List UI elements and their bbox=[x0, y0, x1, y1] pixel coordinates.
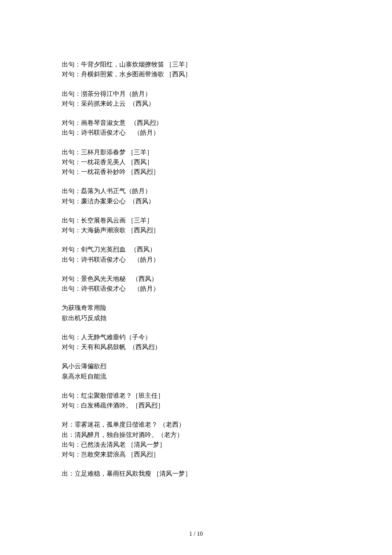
line-label: 对句： bbox=[62, 227, 81, 234]
line-label: 出句： bbox=[62, 149, 81, 156]
couplet-group: 为获瑰奇常用险欲出机巧反成拙 bbox=[62, 303, 330, 323]
couplet-line: 为获瑰奇常用险 bbox=[62, 303, 330, 313]
line-text: 泉高水旺自能流 bbox=[62, 373, 107, 380]
line-label: 对： bbox=[62, 421, 75, 428]
line-text: 三杯月影添春梦 bbox=[81, 149, 127, 156]
couplet-line: 对：霏雾迷花，孤单度日偕谁老？ （老西） bbox=[62, 420, 330, 430]
line-author: ［班主任］ bbox=[132, 392, 164, 399]
line-author: ［西风烈］ bbox=[127, 168, 159, 175]
couplet-line: 对句：白发稀疏伴酒吟。［西风烈］ bbox=[62, 401, 330, 410]
couplet-line: 出句：沏茶分得江中月（皓月） bbox=[62, 89, 330, 99]
line-text: 诗书联语俊才心 bbox=[81, 285, 134, 292]
line-label: 对句： bbox=[62, 71, 81, 78]
line-label: 出句： bbox=[62, 188, 81, 194]
line-text: 剑气刀光英烈血 bbox=[81, 246, 130, 253]
line-text: 舟横斜照紫，水乡图画带渔歌 bbox=[81, 71, 166, 78]
couplet-line: 对句：一枕花香见美人 ［西风］ bbox=[62, 157, 330, 167]
couplet-line: 出：清风醉月，独自操弦对酒吟。（老方） bbox=[62, 430, 330, 440]
couplet-line: 风小云薄偏欲烈 bbox=[62, 361, 330, 371]
line-label: 出句： bbox=[62, 256, 81, 263]
line-author: （皓月） bbox=[126, 188, 151, 194]
couplet-line: 出句：诗书联语俊才心 （皓月） bbox=[62, 128, 330, 138]
line-label: 对句： bbox=[62, 275, 81, 282]
line-label: 对句： bbox=[62, 198, 81, 205]
line-author: ［西风烈］ bbox=[127, 227, 159, 234]
couplet-line: 对句：景色风光天地秘 （西风） bbox=[62, 274, 330, 284]
line-text: 欲出机巧反成拙 bbox=[62, 315, 107, 321]
line-author: ［西风］ bbox=[127, 159, 153, 165]
line-label: 对句： bbox=[62, 451, 81, 458]
line-text: 已然淡去清风老 bbox=[81, 441, 127, 448]
line-text: 诗书联语俊才心 bbox=[81, 256, 134, 263]
line-text: 廉洁办案秉公心 bbox=[81, 198, 129, 205]
line-author: （皓月） bbox=[126, 90, 151, 97]
line-text: 景色风光天地秘 bbox=[81, 275, 132, 282]
couplet-line: 对句：一枕花香补妙吟 ［西风烈］ bbox=[62, 167, 330, 177]
line-text: 岂敢突来碧浪高 bbox=[81, 451, 127, 458]
line-label: 出句： bbox=[62, 392, 81, 399]
couplet-line: 出句：牛背夕阳红，山寨炊烟撩牧笛 ［三羊］ bbox=[62, 60, 330, 69]
line-text: 白发稀疏伴酒吟。 bbox=[81, 402, 132, 409]
page-footer: 1 / 10 bbox=[0, 529, 392, 539]
line-text: 红尘聚散偕谁老？ bbox=[81, 392, 132, 399]
couplet-line: 出句：长空展卷风云画 ［三羊］ bbox=[62, 216, 330, 225]
line-label: 出句： bbox=[62, 334, 81, 341]
line-label: 对句： bbox=[62, 402, 81, 409]
line-author: ［西风烈］ bbox=[132, 402, 164, 409]
line-label: 对句： bbox=[62, 119, 81, 126]
line-text: 立足难稳，暴雨狂风欺我瘦 bbox=[75, 470, 153, 477]
line-author: （西风） bbox=[130, 246, 156, 253]
line-author: （皓月） bbox=[134, 256, 159, 263]
line-text: 牛背夕阳红，山寨炊烟撩牧笛 bbox=[81, 61, 166, 68]
line-text: 磊落为人书正气 bbox=[81, 188, 126, 194]
page-number-total: 10 bbox=[197, 531, 203, 537]
line-text: 诗书联语俊才心 bbox=[81, 129, 134, 136]
line-text: 人无静气难垂钓 bbox=[81, 334, 126, 341]
line-text: 天有和风易鼓帆 bbox=[81, 344, 129, 350]
line-author: （西风） bbox=[129, 100, 155, 107]
couplet-line: 对句：廉洁办案秉公心 （西风） bbox=[62, 197, 330, 206]
line-label: 出句： bbox=[62, 61, 81, 68]
couplet-group: 出句：三杯月影添春梦 ［三羊］对句：一枕花香见美人 ［西风］对句：一枕花香补妙吟… bbox=[62, 147, 330, 177]
line-label: 对句： bbox=[62, 344, 81, 350]
couplet-line: 对句：剑气刀光英烈血 （西风） bbox=[62, 245, 330, 254]
line-text: 清风醉月，独自操弦对酒吟。 bbox=[75, 431, 158, 438]
line-author: （皓月） bbox=[134, 285, 159, 292]
couplet-line: 出句：磊落为人书正气（皓月） bbox=[62, 186, 330, 196]
page-number-current: 1 bbox=[189, 531, 192, 537]
couplet-line: 出句：诗书联语俊才心 （皓月） bbox=[62, 284, 330, 294]
line-text: 采药抓来岭上云 bbox=[81, 100, 129, 107]
line-author: ［清风一梦］ bbox=[153, 470, 191, 477]
couplet-line: 出句：三杯月影添春梦 ［三羊］ bbox=[62, 147, 330, 157]
line-author: （西风烈） bbox=[130, 119, 162, 126]
couplet-group: 出句：沏茶分得江中月（皓月）对句：采药抓来岭上云 （西风） bbox=[62, 89, 330, 109]
line-author: ［三羊］ bbox=[127, 149, 153, 156]
couplet-line: 对句：大海扬声潮浪歌 ［西风烈］ bbox=[62, 225, 330, 235]
couplet-group: 出句：人无静气难垂钓（子今）对句：天有和风易鼓帆 （西风烈） bbox=[62, 332, 330, 353]
couplet-group: 出句：长空展卷风云画 ［三羊］对句：大海扬声潮浪歌 ［西风烈］ bbox=[62, 216, 330, 236]
line-author: ［西风烈］ bbox=[127, 451, 159, 458]
couplet-line: 对句：舟横斜照紫，水乡图画带渔歌 ［西风］ bbox=[62, 69, 330, 79]
couplet-line: 对句：天有和风易鼓帆 （西风烈） bbox=[62, 342, 330, 352]
couplet-line: 出句：红尘聚散偕谁老？［班主任］ bbox=[62, 391, 330, 401]
couplet-group: 对句：景色风光天地秘 （西风）出句：诗书联语俊才心 （皓月） bbox=[62, 274, 330, 294]
line-text: 画卷琴音淑女意 bbox=[81, 119, 130, 126]
line-label: 对句： bbox=[62, 246, 81, 253]
couplet-group: 风小云薄偏欲烈泉高水旺自能流 bbox=[62, 361, 330, 382]
couplet-group: 对：霏雾迷花，孤单度日偕谁老？ （老西）出：清风醉月，独自操弦对酒吟。（老方）出… bbox=[62, 420, 330, 460]
line-author: ［西风］ bbox=[166, 71, 191, 78]
line-text: 霏雾迷花，孤单度日偕谁老？ bbox=[75, 421, 159, 428]
document-body: 出句：牛背夕阳红，山寨炊烟撩牧笛 ［三羊］对句：舟横斜照紫，水乡图画带渔歌 ［西… bbox=[62, 60, 330, 479]
line-label: 出句： bbox=[62, 129, 81, 136]
line-text: 为获瑰奇常用险 bbox=[62, 304, 107, 311]
couplet-group: 出句：牛背夕阳红，山寨炊烟撩牧笛 ［三羊］对句：舟横斜照紫，水乡图画带渔歌 ［西… bbox=[62, 60, 330, 80]
line-label: 出句： bbox=[62, 285, 81, 292]
line-author: （皓月） bbox=[134, 129, 159, 136]
couplet-line: 对句：岂敢突来碧浪高 ［西风烈］ bbox=[62, 450, 330, 460]
page-number-sep: / bbox=[192, 531, 197, 537]
couplet-group: 出：立足难稳，暴雨狂风欺我瘦 ［清风一梦］ bbox=[62, 469, 330, 479]
couplet-line: 对句：画卷琴音淑女意 （西风烈） bbox=[62, 118, 330, 128]
line-text: 一枕花香补妙吟 bbox=[81, 168, 127, 175]
line-label: 出句： bbox=[62, 441, 81, 448]
line-text: 大海扬声潮浪歌 bbox=[81, 227, 127, 234]
